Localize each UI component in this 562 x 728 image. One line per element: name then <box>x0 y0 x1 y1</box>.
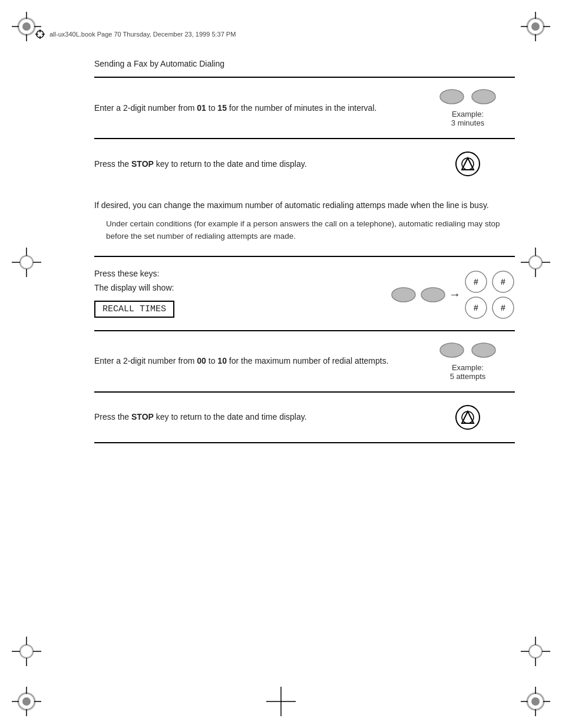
svg-point-19 <box>531 697 540 706</box>
bold-15: 15 <box>217 103 227 113</box>
grey-btn-recall-2 <box>421 286 445 303</box>
recall-times-display: RECALL TIMES <box>94 301 174 318</box>
grey-btn-3 <box>439 342 464 358</box>
svg-point-53 <box>456 152 480 176</box>
text-enter-from: Enter a 2-digit number from <box>94 103 197 113</box>
text-to: to <box>206 103 217 113</box>
section-enter-minutes: Enter a 2-digit number from 01 to 15 for… <box>94 77 515 138</box>
section-recall-times: Press these keys: The display will show:… <box>94 256 515 330</box>
press-keys-label: Press these keys: <box>94 269 391 278</box>
display-will-show-label: The display will show: <box>94 283 391 292</box>
example-minutes: Example: 3 minutes <box>451 110 484 127</box>
text-enter-from-2: Enter a 2-digit number from <box>94 356 197 365</box>
bold-stop-2: STOP <box>131 412 154 421</box>
bold-stop-1: STOP <box>131 159 154 169</box>
text-key-return: key to return to the date and time displ… <box>154 159 307 169</box>
keys-arrow-group: → # # <box>391 270 515 319</box>
text-redial-desc: for the maximum number of redial attempt… <box>227 356 389 365</box>
svg-point-13 <box>22 697 31 706</box>
middle-note: Under certain conditions (for example if… <box>106 218 515 243</box>
grey-btn-2 <box>471 88 496 105</box>
hash-buttons: # # # # <box>464 270 515 319</box>
corner-mark-bl <box>12 687 41 716</box>
grey-btn-4 <box>471 342 496 358</box>
svg-point-34 <box>20 645 33 658</box>
bottom-center-mark <box>266 687 296 716</box>
svg-point-67 <box>472 343 495 357</box>
hash-btn-4: # <box>491 296 515 319</box>
text-to-2: to <box>206 356 217 365</box>
svg-point-56 <box>392 288 415 302</box>
side-mark-left-bottom <box>12 637 41 666</box>
svg-text:#: # <box>474 277 478 286</box>
svg-point-57 <box>421 288 445 302</box>
side-mark-right-top <box>521 248 550 277</box>
section-stop-1-text: Press the STOP key to return to the date… <box>94 158 421 170</box>
section-redial-icon: Example: 5 attempts <box>421 342 515 381</box>
text-minutes-desc: for the number of minutes in the interva… <box>227 103 376 113</box>
text-press: Press the <box>94 159 131 169</box>
svg-text:#: # <box>501 303 505 312</box>
grey-btn-recall-1 <box>391 286 416 303</box>
side-mark-right-bottom <box>521 637 550 666</box>
middle-para-1: If desired, you can change the maximum n… <box>94 199 515 212</box>
text-press-2: Press the <box>94 412 131 421</box>
stop-btn-icon-2 <box>421 403 515 431</box>
svg-point-1 <box>22 22 31 31</box>
stop-btn-icon-1 <box>421 150 515 178</box>
svg-point-24 <box>20 256 33 269</box>
hash-btn-2: # <box>491 270 515 294</box>
section-enter-redial: Enter a 2-digit number from 00 to 10 for… <box>94 330 515 391</box>
file-info: all-ux340L.book Page 70 Thursday, Decemb… <box>49 31 236 38</box>
stop-button-2 <box>454 403 482 431</box>
header: all-ux340L.book Page 70 Thursday, Decemb… <box>35 29 527 39</box>
hash-btn-3: # <box>464 296 488 319</box>
crosshair-icon <box>35 29 45 39</box>
example-redial: Example: 5 attempts <box>450 363 486 381</box>
svg-point-66 <box>440 343 464 357</box>
press-keys-left: Press these keys: The display will show:… <box>94 269 391 318</box>
svg-text:#: # <box>501 277 505 286</box>
hash-btn-1: # <box>464 270 488 294</box>
stop-button-1 <box>454 150 482 178</box>
side-mark-left-top <box>12 248 41 277</box>
corner-mark-br <box>521 687 550 716</box>
svg-point-68 <box>456 406 480 429</box>
bold-01: 01 <box>197 103 206 113</box>
page-title: Sending a Fax by Automatic Dialing <box>94 59 224 68</box>
hash-row-1: # # <box>464 270 515 294</box>
section-minutes-icon: Example: 3 minutes <box>421 88 515 127</box>
bold-00: 00 <box>197 356 206 365</box>
middle-description: If desired, you can change the maximum n… <box>94 189 515 256</box>
section-enter-minutes-text: Enter a 2-digit number from 01 to 15 for… <box>94 102 421 114</box>
section-recall-icon: → # # <box>391 268 515 319</box>
svg-point-39 <box>529 645 542 658</box>
svg-point-55 <box>462 158 474 170</box>
svg-point-70 <box>462 411 474 423</box>
svg-point-7 <box>531 22 540 31</box>
svg-point-52 <box>472 90 495 104</box>
section-stop-1: Press the STOP key to return to the date… <box>94 138 515 189</box>
section-redial-text: Enter a 2-digit number from 00 to 10 for… <box>94 355 421 367</box>
svg-point-51 <box>440 90 464 104</box>
text-key-return-2: key to return to the date and time displ… <box>154 412 307 421</box>
arrow-icon: → <box>449 288 461 301</box>
section-stop-2-text: Press the STOP key to return to the date… <box>94 411 421 423</box>
main-content: Enter a 2-digit number from 01 to 15 for… <box>94 77 515 681</box>
two-grey-buttons-minutes <box>439 88 496 105</box>
hash-row-2: # # <box>464 296 515 319</box>
svg-text:#: # <box>474 303 478 312</box>
svg-point-29 <box>529 256 542 269</box>
two-grey-buttons-redial <box>439 342 496 358</box>
section-stop-2: Press the STOP key to return to the date… <box>94 391 515 443</box>
grey-btn-1 <box>439 88 464 105</box>
bold-10: 10 <box>217 356 227 365</box>
